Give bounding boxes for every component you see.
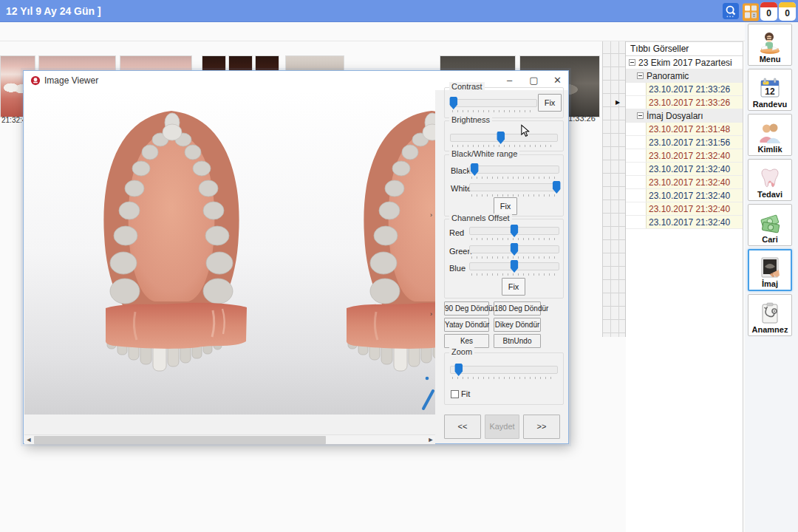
- blue-slider[interactable]: [469, 259, 559, 276]
- slider-thumb[interactable]: [449, 97, 457, 109]
- image-viewer-dialog: Image Viewer – ▢ ✕: [23, 70, 569, 444]
- previous-image-button[interactable]: <<: [444, 415, 481, 439]
- tool-button[interactable]: BtnUndo: [494, 334, 541, 348]
- yellow-badge-count: 0: [779, 7, 796, 20]
- fit-checkbox[interactable]: [451, 390, 459, 398]
- sidebar-button-randevu[interactable]: 12 Randevu: [748, 69, 792, 111]
- sidebar-button-label: Kimlik: [757, 145, 782, 154]
- media-tree-row[interactable]: 23.10.2017 21:31:48: [626, 123, 743, 136]
- green-label: Green: [449, 247, 472, 256]
- sidebar-button-anamnez[interactable]: Anamnez: [748, 294, 792, 336]
- zoom-slider[interactable]: [450, 363, 558, 380]
- white-slider[interactable]: [469, 180, 559, 197]
- anamnez-icon: [758, 301, 782, 325]
- row-selector-column[interactable]: [602, 41, 626, 337]
- slider-track[interactable]: [450, 366, 558, 374]
- media-tree-row[interactable]: 23.10.2017 21:32:40: [626, 216, 743, 229]
- media-row-label: 23.10.2017 21:32:40: [646, 202, 743, 215]
- sidebar-button-label: Cari: [762, 235, 777, 244]
- sidebar-button-menu[interactable]: Menu: [748, 24, 792, 66]
- tool-button[interactable]: Dikey Döndür: [494, 318, 541, 332]
- red-slider[interactable]: [469, 224, 559, 241]
- slider-ticks: [471, 194, 557, 197]
- tool-button[interactable]: 90 Deg Döndür: [444, 301, 489, 316]
- slider-ticks: [471, 273, 557, 276]
- green-slider[interactable]: [469, 242, 559, 259]
- slider-thumb[interactable]: [511, 243, 519, 256]
- app-logo-icon: [30, 75, 41, 86]
- white-label: White: [451, 184, 471, 193]
- media-row-label: 23.10.2017 21:31:56: [646, 136, 743, 149]
- next-image-button[interactable]: >>: [523, 415, 560, 439]
- slider-ticks: [471, 177, 557, 179]
- fit-checkbox-label: Fit: [461, 389, 470, 398]
- splitter-arrow-icon[interactable]: ›: [430, 310, 432, 318]
- save-button[interactable]: Kaydet: [485, 415, 519, 439]
- media-tree-row[interactable]: İmaj Dosyaları: [626, 109, 743, 123]
- splitter-arrow-icon[interactable]: ›: [430, 211, 432, 219]
- maximize-button[interactable]: ▢: [528, 75, 539, 86]
- search-icon[interactable]: [723, 3, 739, 19]
- red-badge-top: [760, 2, 777, 7]
- slider-track[interactable]: [469, 166, 559, 174]
- svg-text:12: 12: [765, 86, 775, 97]
- media-tree-row[interactable]: 23.10.2017 21:33:26: [626, 83, 743, 96]
- sidebar-button-label: Anamnez: [752, 325, 788, 334]
- media-tree-row[interactable]: Panoramic: [626, 69, 743, 83]
- sidebar-button-label: Tedavi: [757, 190, 782, 199]
- scrollbar-thumb[interactable]: [34, 436, 326, 444]
- sidebar-button-imaj[interactable]: İmaj: [748, 249, 792, 291]
- slider-thumb[interactable]: [511, 225, 519, 237]
- slider-thumb[interactable]: [511, 260, 519, 273]
- image-viewer-canvas[interactable]: [24, 90, 435, 415]
- close-button[interactable]: ✕: [552, 75, 563, 86]
- collapse-icon[interactable]: [629, 59, 635, 66]
- sidebar-button-cari[interactable]: Cari: [748, 204, 792, 246]
- media-tree-row[interactable]: 23.10.2017 21:33:26: [626, 96, 743, 109]
- channels-fix-button[interactable]: Fix: [502, 278, 525, 296]
- black-label: Black: [451, 166, 471, 175]
- black-slider[interactable]: [469, 163, 559, 180]
- scroll-left-icon[interactable]: ◄: [24, 435, 33, 445]
- red-counter-badge[interactable]: 0: [760, 2, 777, 21]
- slider-thumb[interactable]: [553, 181, 561, 194]
- media-tree-row[interactable]: 23.10.2017 21:32:40: [626, 163, 743, 176]
- contrast-label: Contrast: [449, 82, 485, 91]
- collapse-icon[interactable]: [637, 72, 644, 79]
- media-tree-row[interactable]: 23.10.2017 21:32:40: [626, 176, 743, 189]
- horizontal-scrollbar[interactable]: ◄ ►: [24, 434, 435, 444]
- yellow-counter-badge[interactable]: 0: [779, 2, 796, 21]
- slider-thumb[interactable]: [497, 132, 505, 144]
- media-tree-row[interactable]: 23.10.2017 21:32:40: [626, 189, 743, 202]
- media-tree-row[interactable]: 23.10.2017 21:32:40: [626, 202, 743, 216]
- media-row-label: 23.10.2017 21:32:40: [646, 176, 743, 188]
- media-tree-row[interactable]: 23.10.2017 21:32:40: [626, 149, 743, 163]
- window-title-bar[interactable]: 12 Yıl 9 Ay 24 Gün ] 0 0: [0, 0, 798, 22]
- slider-track[interactable]: [450, 99, 537, 107]
- media-tree-row[interactable]: 23.10.2017 21:31:56: [626, 136, 743, 149]
- tool-button[interactable]: 180 Deg Döndür: [494, 301, 541, 316]
- slider-thumb[interactable]: [454, 364, 463, 376]
- contrast-slider[interactable]: [450, 96, 537, 113]
- bw-fix-button[interactable]: Fix: [494, 197, 517, 215]
- calculator-icon[interactable]: [742, 3, 760, 21]
- sidebar-button-label: İmaj: [762, 279, 778, 288]
- bw-range-group: Black/White range Black White Fix: [444, 154, 564, 216]
- media-tree-row[interactable]: 23 Ekim 2017 Pazartesi: [626, 56, 743, 69]
- main-sidebar: Menu 12 Randevu Kimlik Tedavi Cari: [745, 22, 798, 532]
- contrast-fix-button[interactable]: Fix: [538, 94, 562, 112]
- minimize-button[interactable]: –: [504, 75, 515, 86]
- tool-button[interactable]: Yatay Döndür: [444, 318, 489, 332]
- cari-icon: [758, 211, 782, 235]
- sidebar-button-tedavi[interactable]: Tedavi: [748, 159, 792, 201]
- tool-button[interactable]: Kes: [444, 334, 489, 348]
- scroll-right-icon[interactable]: ►: [426, 435, 435, 445]
- sidebar-button-kimlik[interactable]: Kimlik: [748, 114, 792, 156]
- slider-track[interactable]: [469, 183, 559, 191]
- slider-ticks: [471, 256, 557, 259]
- slider-ticks: [471, 238, 557, 240]
- brightness-slider[interactable]: [450, 131, 558, 148]
- gripper-divider: [610, 41, 611, 337]
- slider-thumb[interactable]: [471, 163, 479, 176]
- collapse-icon[interactable]: [637, 112, 644, 119]
